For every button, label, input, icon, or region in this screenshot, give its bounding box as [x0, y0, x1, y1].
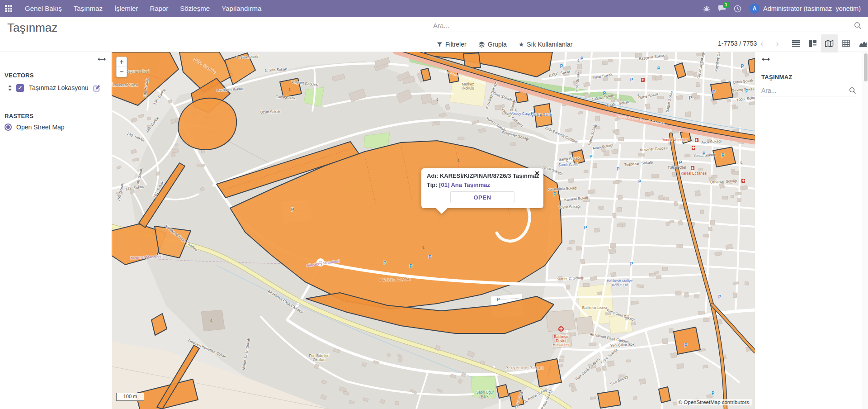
map-building: [649, 273, 656, 276]
view-list-button[interactable]: [788, 34, 804, 52]
map-building: [669, 220, 674, 224]
map-building: [638, 153, 644, 156]
view-graph-button[interactable]: [854, 34, 868, 52]
nav-menu: Genel BakışTaşınmazİşlemlerRaporSözleşme…: [19, 0, 267, 17]
map-building: [610, 243, 616, 248]
map-building: [708, 227, 712, 231]
view-pivot-button[interactable]: [838, 34, 854, 52]
map-building: [362, 362, 367, 366]
map-building: [201, 150, 205, 153]
search-input[interactable]: [433, 22, 854, 29]
view-kanban-button[interactable]: [804, 34, 821, 52]
map-building: [560, 356, 564, 358]
map-street-label: Devlet: [556, 339, 566, 343]
apps-grid-icon[interactable]: [0, 0, 17, 17]
nav-item-genel-bak-[interactable]: Genel Bakış: [19, 0, 68, 17]
raster-radio[interactable]: [5, 124, 12, 131]
map-building: [631, 322, 636, 325]
filters-button[interactable]: Filtreler: [437, 41, 467, 48]
parking-marker: P: [291, 207, 294, 212]
popup-type-link[interactable]: [01] Ana Taşınmaz: [439, 181, 490, 188]
raster-layer-row: Open Street Map: [5, 124, 65, 131]
parking-marker: P: [383, 261, 387, 266]
map-building: [602, 61, 607, 65]
view-map-button[interactable]: [821, 34, 838, 52]
map-building: [698, 311, 705, 314]
map-street-label: Balıkesir Maliye: [607, 279, 633, 283]
map-building: [570, 240, 575, 244]
pager: 1-7753 / 7753: [718, 40, 757, 47]
map-building: [722, 196, 727, 200]
rasters-heading: RASTERS: [5, 113, 33, 119]
popup-type-label: Tip:: [427, 181, 438, 188]
parking-marker: P: [630, 77, 633, 82]
zoom-out-button[interactable]: −: [117, 67, 127, 77]
map-building: [588, 190, 595, 194]
nav-item-ta-nmaz[interactable]: Taşınmaz: [68, 0, 108, 17]
avatar[interactable]: A: [750, 4, 760, 14]
map-building: [568, 179, 574, 183]
map-street-label: Karesi Eczanesi: [681, 171, 708, 176]
map-building: [567, 247, 571, 250]
map-building: [675, 291, 681, 295]
popup-open-button[interactable]: OPEN: [450, 191, 514, 203]
map-building: [609, 59, 613, 62]
map-building: [745, 73, 749, 76]
map-building: [651, 174, 658, 178]
map-building: [658, 108, 663, 113]
map-canvas[interactable]: 2. Sıra Sokak3. Sıra SokakVaryant Caddes…: [112, 52, 755, 409]
panel-resize-handle-right[interactable]: [761, 57, 770, 62]
map-building: [639, 378, 646, 384]
parking-marker: P: [429, 255, 432, 260]
messages-icon[interactable]: 1: [714, 0, 730, 17]
map-building: [703, 234, 709, 238]
user-menu[interactable]: Administrator (tasinmaz_yonetim): [763, 5, 863, 12]
map-building: [608, 361, 614, 366]
parking-marker: P: [638, 179, 642, 184]
map-building: [559, 359, 564, 362]
nav-item-s-zle-me[interactable]: Sözleşme: [174, 0, 216, 17]
feature-search-icon[interactable]: [849, 87, 856, 94]
vertical-scrollbar[interactable]: [863, 52, 868, 409]
activities-clock-icon[interactable]: [730, 0, 745, 17]
map-building: [633, 396, 637, 399]
parking-marker: P: [684, 343, 688, 348]
pager-prev[interactable]: ‹: [760, 38, 764, 49]
map-street-label: Sabri Uğur: [476, 390, 494, 395]
map-building: [674, 201, 678, 206]
zoom-in-button[interactable]: +: [117, 57, 127, 67]
map-building: [669, 328, 673, 333]
nav-item-i-lemler[interactable]: İşlemler: [108, 0, 144, 17]
parking-marker: P: [497, 297, 500, 302]
map-building: [618, 195, 623, 200]
popup-close-icon[interactable]: ✕: [534, 170, 540, 177]
map-building: [156, 171, 160, 176]
message-count-badge: 1: [723, 2, 729, 8]
favorites-button[interactable]: ★ Sık Kullanılanlar: [519, 41, 573, 48]
feature-popup: ✕ Adı: KARESİ/KIZPINAR/8726/3 Taşınmaz T…: [421, 168, 543, 208]
map-street-label: Uzun Sokak: [260, 109, 281, 114]
map-building: [684, 154, 690, 157]
map-building: [617, 207, 622, 212]
popup-name-label: Adı:: [427, 172, 438, 179]
map-street-label: Hastanesi: [553, 343, 570, 347]
edit-layer-icon[interactable]: [93, 84, 101, 92]
layer-sort-icon[interactable]: [8, 85, 12, 91]
layers-icon: [478, 41, 485, 48]
pager-next[interactable]: ›: [776, 38, 779, 49]
scrollbar-thumb[interactable]: [864, 53, 868, 81]
map-building: [197, 164, 201, 166]
map-building: [670, 352, 677, 358]
map-building: [613, 181, 619, 184]
feature-panel: TAŞINMAZ: [755, 52, 863, 409]
panel-resize-handle[interactable]: [97, 57, 106, 62]
groupby-button[interactable]: Grupla: [478, 41, 507, 48]
feature-search-input[interactable]: [761, 87, 849, 94]
search-icon[interactable]: [854, 22, 862, 29]
nav-item-yap-land-rma[interactable]: Yapılandırma: [216, 0, 267, 17]
vector-layer-checkbox[interactable]: ✓: [16, 84, 24, 92]
map-building: [698, 168, 703, 170]
bug-icon[interactable]: [699, 0, 714, 17]
nav-item-rapor[interactable]: Rapor: [144, 0, 174, 17]
parking-marker: P: [531, 111, 534, 116]
